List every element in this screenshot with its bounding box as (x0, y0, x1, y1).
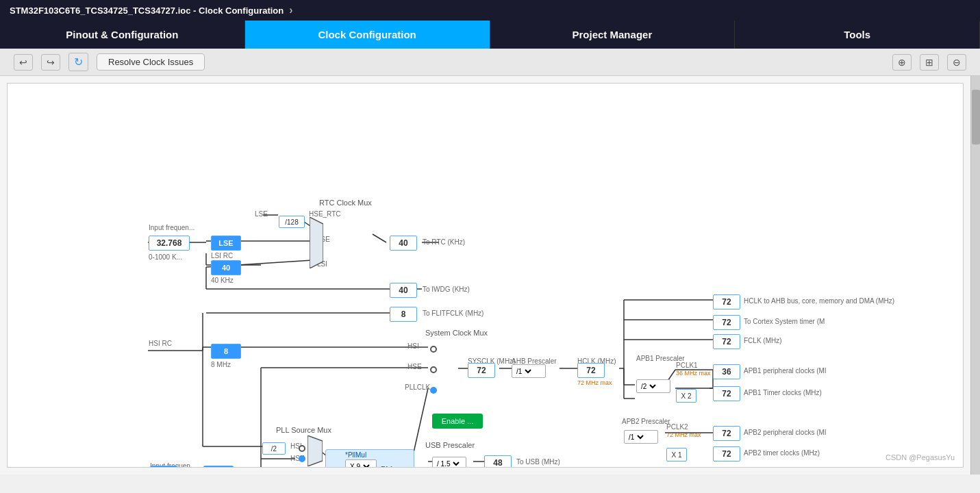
scrollbar[interactable] (970, 76, 980, 475)
tab-project[interactable]: Project Manager (490, 21, 736, 49)
tab-tools[interactable]: Tools (735, 21, 980, 49)
zoom-in-button[interactable]: ⊕ (892, 54, 912, 71)
enable-button[interactable]: Enable ... (432, 414, 483, 429)
lse-box[interactable]: LSE (211, 236, 241, 251)
pll-mul-label: *PllMul (345, 451, 366, 459)
toolbar: ↩ ↪ ↻ Resolve Clock Issues ⊕ ⊞ ⊖ (0, 49, 980, 76)
apb2-per-label: APB2 peripheral clocks (MI (744, 429, 827, 436)
svg-line-8 (373, 234, 386, 242)
sysclk-val-box[interactable]: 72 (468, 363, 495, 378)
pll-area: *PllMul X 9X 2X 3 PLL (325, 449, 414, 468)
pll-mul-select-input[interactable]: X 9X 2X 3 (347, 462, 372, 468)
sys-hse-label: HSE (407, 363, 422, 370)
pclk1-max: 36 MHz max (676, 370, 711, 377)
tab-bar: Pinout & Configuration Clock Configurati… (0, 21, 980, 49)
apb1-timer-mult[interactable]: X 2 (676, 389, 696, 403)
svg-marker-50 (310, 217, 323, 268)
apb2-timer-mult[interactable]: X 1 (666, 448, 687, 462)
pll-div2-box[interactable]: /2 (262, 442, 286, 455)
hsi-8mhz-label: 8 MHz (211, 361, 231, 368)
apb1-timer-val-box[interactable]: 72 (713, 386, 740, 401)
hse-box[interactable] (203, 466, 234, 468)
sys-hse-radio[interactable] (430, 366, 437, 373)
pll-hse-radio[interactable] (299, 455, 305, 462)
lse-freq-range: 0-1000 K... (149, 253, 182, 261)
usb-dest-label: To USB (MHz) (516, 458, 560, 466)
apb1-select-input[interactable]: /2/1/4 (638, 382, 658, 391)
tab-pinout[interactable]: Pinout & Configuration (0, 21, 245, 49)
refresh-button[interactable]: ↻ (68, 53, 88, 71)
pclk2-label: PCLK2 (666, 423, 688, 431)
svg-marker-51 (307, 435, 323, 466)
sys-pllclk-radio[interactable] (430, 387, 437, 394)
hclk-val-box[interactable]: 72 (577, 363, 605, 378)
lsi-40khz-label: 40 KHz (211, 277, 234, 284)
hclk-ahb-val-box[interactable]: 72 (713, 294, 740, 309)
hse-label-top: LSE (255, 210, 268, 218)
flit-out-box[interactable]: 8 (390, 307, 417, 322)
rtc-clock-mux-label: RTC Clock Mux (319, 199, 372, 207)
diagram-area[interactable]: Input frequen... 32.768 0-1000 K... LSE … (7, 83, 964, 468)
pclk2-val-box[interactable]: 72 (713, 426, 740, 441)
iwdg-dest-label: To IWDG (KHz) (423, 286, 470, 293)
hse-div1-select[interactable]: / 1 (261, 467, 291, 468)
flit-dest-label: To FLITFCLK (MHz) (423, 309, 483, 317)
sys-hsi-radio[interactable] (430, 346, 437, 353)
title-text: STM32F103C6T6_TCS34725_TCS34727.ioc - Cl… (10, 5, 284, 16)
diagram-svg (8, 84, 963, 467)
apb1-per-label: APB1 peripheral clocks (MI (744, 367, 827, 375)
pclk1-val-box[interactable]: 36 (713, 364, 740, 379)
rtc-out-box[interactable]: 40 (390, 236, 417, 251)
fclk-val-box[interactable]: 72 (713, 334, 740, 349)
hse-arrows (180, 466, 201, 468)
fit-button[interactable]: ⊞ (920, 54, 939, 71)
usb-prescaler-input[interactable]: / 1.5/ 1 (434, 459, 462, 468)
rtc-dest-label: To RTC (KHz) (423, 238, 465, 246)
ahb-select[interactable]: /1/2/4 (512, 364, 546, 378)
lse-freq-value[interactable]: 32.768 (149, 236, 190, 251)
main-content: Input frequen... 32.768 0-1000 K... LSE … (0, 76, 980, 475)
apb1-timer-label: APB1 Timer clocks (MHz) (744, 389, 822, 396)
redo-button[interactable]: ↪ (41, 54, 60, 71)
pll-mux-shape (307, 435, 323, 466)
lsi-rc-label: LSI RC (211, 252, 233, 260)
scrollbar-thumb[interactable] (972, 90, 980, 144)
apb1-select[interactable]: /2/1/4 (636, 379, 670, 393)
hsi-rc-label: HSI RC (149, 340, 172, 347)
sys-hsi-label: HSI (407, 342, 419, 350)
rtc-mux-shape (310, 217, 323, 268)
usb-out-box[interactable]: 48 (484, 455, 512, 468)
hclk-ahb-label: HCLK to AHB bus, core, memory and DMA (M… (744, 297, 894, 305)
title-bar: STM32F103C6T6_TCS34725_TCS34727.ioc - Cl… (0, 0, 980, 21)
apb2-select[interactable]: /1/2 (624, 430, 658, 444)
resolve-clock-button[interactable]: Resolve Clock Issues (97, 53, 205, 71)
sys-pllclk-label: PLLCLK (405, 383, 430, 391)
pll-mul-select[interactable]: X 9X 2X 3 (345, 459, 377, 468)
hclk-max-label: 72 MHz max (577, 379, 612, 386)
hse-value-box[interactable]: 8 (150, 466, 177, 468)
iwdg-out-box[interactable]: 40 (390, 283, 417, 298)
usb-prescaler-select[interactable]: / 1.5/ 1 (432, 457, 466, 468)
hsi-box[interactable]: 8 (211, 344, 241, 359)
apb2-label: APB2 Prescaler (622, 418, 670, 425)
tab-clock[interactable]: Clock Configuration (245, 21, 490, 49)
usb-prescaler-label: USB Prescaler (425, 441, 475, 449)
fclk-label: FCLK (MHz) (744, 337, 782, 344)
pclk2-max: 72 MHz max (666, 431, 701, 438)
input-freq-top-label: Input frequen... (149, 224, 194, 231)
apb2-timer-val-box[interactable]: 72 (713, 446, 740, 462)
system-clk-mux-label: System Clock Mux (425, 329, 488, 337)
div128-box[interactable]: /128 (279, 216, 305, 228)
cortex-val-box[interactable]: 72 (713, 315, 740, 330)
zoom-out-button[interactable]: ⊖ (947, 54, 966, 71)
ahb-select-input[interactable]: /1/2/4 (514, 367, 533, 376)
pll-source-mux-label: PLL Source Mux (276, 426, 331, 434)
watermark: CSDN @PegasusYu (885, 453, 955, 462)
undo-button[interactable]: ↩ (14, 54, 33, 71)
lsi-box[interactable]: 40 (211, 260, 241, 275)
pll-hsi-radio[interactable] (299, 445, 305, 452)
apb2-select-input[interactable]: /1/2 (626, 433, 646, 442)
pll-box-label: PLL (381, 465, 395, 468)
cortex-label: To Cortex System timer (M (744, 318, 825, 325)
pclk1-label: PCLK1 (676, 362, 698, 369)
